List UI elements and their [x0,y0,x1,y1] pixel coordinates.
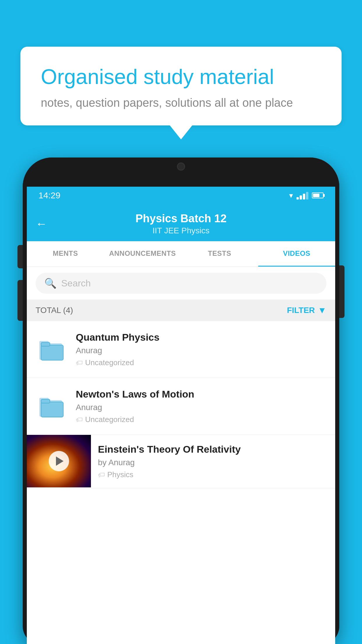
item-title: Einstein's Theory Of Relativity [98,444,328,455]
svg-rect-3 [41,342,50,346]
tab-announcements[interactable]: ANNOUNCEMENTS [104,241,181,267]
video-thumbnail [27,435,91,487]
list-item[interactable]: Einstein's Theory Of Relativity by Anura… [27,435,335,488]
page-title: Physics Batch 12 [136,212,227,225]
search-icon: 🔍 [44,277,57,289]
status-bar: 14:29 ▾ [27,187,335,204]
filter-button[interactable]: FILTER ▼ [287,305,326,315]
phone-notch [149,158,213,176]
phone-frame: 14:29 ▾ ← Physics Batch [23,158,339,644]
item-tag: 🏷 Uncategorized [76,415,326,424]
phone-volume-down [17,280,23,321]
svg-rect-6 [41,402,63,417]
tag-icon: 🏷 [98,471,105,479]
play-icon [56,456,64,466]
svg-rect-7 [41,399,50,403]
list-item[interactable]: Newton's Laws of Motion Anurag 🏷 Uncateg… [27,378,335,435]
header-title-area: Physics Batch 12 IIT JEE Physics [136,212,227,235]
filter-icon: ▼ [318,305,326,315]
item-thumbnail [36,390,68,422]
tabs-bar: MENTS ANNOUNCEMENTS TESTS VIDEOS [27,241,335,267]
search-container: 🔍 Search [27,267,335,300]
speech-bubble: Organised study material notes, question… [20,47,342,125]
play-button[interactable] [49,451,69,471]
filter-bar: TOTAL (4) FILTER ▼ [27,300,335,321]
item-info: Einstein's Theory Of Relativity by Anura… [91,435,335,488]
item-info: Newton's Laws of Motion Anurag 🏷 Uncateg… [76,388,326,424]
status-time: 14:29 [38,190,60,200]
video-list: Quantum Physics Anurag 🏷 Uncategorized [27,321,335,488]
signal-icon [296,191,308,200]
svg-rect-2 [41,345,63,360]
folder-icon [39,396,64,417]
front-camera [177,162,185,171]
tab-ments[interactable]: MENTS [27,241,104,267]
item-title: Quantum Physics [76,332,326,343]
item-thumbnail [36,333,68,365]
total-count: TOTAL (4) [36,306,73,315]
wifi-icon: ▾ [289,191,293,200]
status-icons: ▾ [289,191,324,200]
battery-icon [312,192,324,198]
folder-icon [39,339,64,360]
tag-label: Uncategorized [85,415,134,424]
tag-label: Physics [107,470,133,479]
tag-label: Uncategorized [85,358,134,367]
filter-label: FILTER [287,306,315,315]
item-tag: 🏷 Uncategorized [76,358,326,367]
phone-screen: 14:29 ▾ ← Physics Batch [27,187,335,644]
phone-power-button [339,265,345,318]
tab-tests[interactable]: TESTS [181,241,258,267]
page-subtitle: IIT JEE Physics [136,226,227,235]
item-author: by Anurag [98,458,328,467]
tag-icon: 🏷 [76,416,83,424]
tab-videos[interactable]: VIDEOS [258,241,335,267]
tag-icon: 🏷 [76,359,83,367]
bubble-subtitle: notes, question papers, solutions all at… [41,96,321,109]
app-header: ← Physics Batch 12 IIT JEE Physics [27,204,335,241]
back-button[interactable]: ← [36,217,47,230]
search-input[interactable]: Search [61,278,91,289]
search-input-wrapper[interactable]: 🔍 Search [36,273,326,294]
phone-volume-up [17,245,23,268]
item-author: Anurag [76,346,326,355]
item-title: Newton's Laws of Motion [76,388,326,400]
item-author: Anurag [76,403,326,412]
bubble-title: Organised study material [41,64,321,89]
item-tag: 🏷 Physics [98,470,328,479]
phone-top-bar [23,158,339,187]
item-info: Quantum Physics Anurag 🏷 Uncategorized [76,332,326,367]
list-item[interactable]: Quantum Physics Anurag 🏷 Uncategorized [27,321,335,378]
